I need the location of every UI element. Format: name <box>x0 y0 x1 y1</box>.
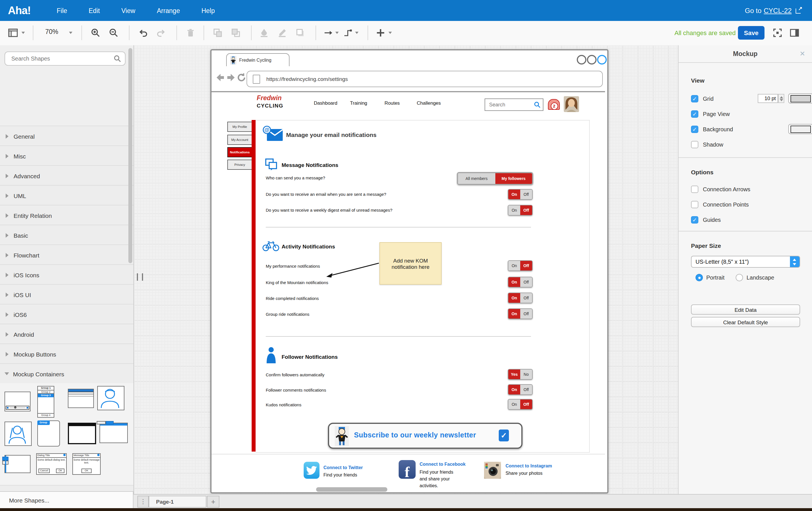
save-button[interactable]: Save <box>738 26 764 39</box>
sidebar-scrollbar[interactable] <box>128 48 132 263</box>
undo-icon[interactable] <box>138 28 148 38</box>
sidebar-section-mockup-buttons[interactable]: Mockup Buttons <box>0 344 134 364</box>
mockup-browser-tab[interactable]: Fredwin Cycling <box>226 53 290 66</box>
format-panel-toggle-icon[interactable] <box>789 28 800 38</box>
toggle-group-ride[interactable]: OnOff <box>508 308 533 319</box>
zoom-level[interactable]: 70% <box>45 28 58 35</box>
paper-size-select[interactable]: US-Letter (8,5" x 11") <box>691 256 800 268</box>
add-page-button[interactable]: + <box>207 496 220 508</box>
shape-browser-window[interactable] <box>68 389 94 408</box>
menu-arrange[interactable]: Arrange <box>157 7 180 14</box>
fullscreen-icon[interactable] <box>773 28 783 38</box>
grid-size-stepper[interactable] <box>778 94 784 103</box>
shape-video-player[interactable] <box>4 392 31 411</box>
mockup-browser-window[interactable]: Fredwin Cycling https://fredwincycling.c… <box>210 49 608 493</box>
shape-group-list[interactable]: Group 1 Group 2 Group 3 Group 4 <box>37 386 54 418</box>
toggle-kom[interactable]: OnOff <box>508 277 533 288</box>
page-tab[interactable]: Page-1 <box>149 496 206 508</box>
settings-tab-my-profile[interactable]: My Profile <box>227 122 252 132</box>
zoom-in-icon[interactable] <box>90 28 100 38</box>
facebook-icon[interactable]: f <box>399 460 416 479</box>
page-view-icon[interactable] <box>8 28 18 38</box>
record-id-link[interactable]: CYCL-22 <box>764 6 792 15</box>
back-icon[interactable] <box>216 73 225 82</box>
window-circle-3[interactable] <box>597 55 607 64</box>
annotation-arrow[interactable] <box>325 260 381 280</box>
sidebar-section-advanced[interactable]: Advanced <box>0 165 134 186</box>
refresh-icon[interactable] <box>237 73 246 82</box>
site-search-box[interactable] <box>485 99 543 111</box>
nav-dashboard[interactable]: Dashboard <box>314 100 337 106</box>
sidebar-section-ios-icons[interactable]: iOS Icons <box>0 264 134 285</box>
toggle-email-on-message[interactable]: OnOff <box>508 189 533 200</box>
sidebar-section-entity-relation[interactable]: Entity Relation <box>0 205 134 225</box>
sidebar-section-ios6[interactable]: iOS6 <box>0 304 134 324</box>
toggle-weekly-digest[interactable]: OnOff <box>508 205 533 216</box>
sidebar-resize-handle[interactable] <box>137 273 143 281</box>
waypoints-dropdown-caret[interactable] <box>355 32 358 34</box>
shape-window-dark[interactable] <box>68 423 96 444</box>
toggle-kudos[interactable]: OnOff <box>508 399 533 410</box>
instagram-link[interactable]: Connect to Instagram <box>505 463 552 468</box>
sidebar-section-flowchart[interactable]: Flowchart <box>0 244 134 265</box>
zoom-out-icon[interactable] <box>109 28 119 38</box>
shape-user-male[interactable] <box>97 386 124 410</box>
clear-default-style-button[interactable]: Clear Default Style <box>691 317 800 327</box>
toggle-ride-completed[interactable]: OnOff <box>508 293 533 303</box>
connection-points-checkbox[interactable] <box>691 201 698 208</box>
window-circle-1[interactable] <box>577 55 586 64</box>
shape-search-box[interactable] <box>4 52 125 65</box>
close-icon[interactable]: ✕ <box>800 50 805 58</box>
grid-color-button[interactable] <box>788 93 812 104</box>
insert-icon[interactable] <box>375 28 386 38</box>
goto-record-link[interactable]: Go to CYCL-22 <box>745 0 802 21</box>
insert-dropdown-caret[interactable] <box>388 32 392 34</box>
shadow-checkbox[interactable] <box>691 141 698 148</box>
twitter-icon[interactable] <box>303 462 319 479</box>
nav-training[interactable]: Training <box>350 100 367 106</box>
more-shapes-button[interactable]: More Shapes... <box>0 491 134 508</box>
nav-challenges[interactable]: Challenges <box>417 100 441 106</box>
grid-checkbox[interactable]: ✓ <box>691 95 698 102</box>
menu-view[interactable]: View <box>121 7 135 14</box>
page-view-checkbox[interactable]: ✓ <box>691 110 698 118</box>
grid-size-input[interactable] <box>758 94 778 103</box>
subscribe-banner[interactable]: Subscribe to our weekly newsletter ✓ <box>328 423 522 449</box>
nav-routes[interactable]: Routes <box>384 100 400 106</box>
sidebar-section-android[interactable]: Android <box>0 324 134 344</box>
toggle-follower-comments[interactable]: OnOff <box>508 384 533 395</box>
toggle-confirm-followers[interactable]: YesNo <box>508 369 533 380</box>
background-color-button[interactable] <box>788 124 812 134</box>
edit-data-button[interactable]: Edit Data <box>691 304 800 315</box>
sticky-note[interactable]: Add new KOM notification here <box>379 242 442 285</box>
sidebar-section-general[interactable]: General <box>0 126 134 146</box>
shape-tabbed-window[interactable] <box>99 423 128 443</box>
sidebar-section-mockup-containers[interactable]: Mockup Containers <box>0 363 134 384</box>
shape-group-container[interactable]: Group <box>37 421 60 447</box>
settings-tab-privacy[interactable]: Privacy <box>227 160 252 169</box>
twitter-link[interactable]: Connect to Twitter <box>323 465 363 470</box>
connection-arrows-checkbox[interactable] <box>691 186 698 193</box>
facebook-link[interactable]: Connect to Facebook <box>419 462 466 467</box>
forward-icon[interactable] <box>226 73 235 82</box>
user-avatar[interactable] <box>564 96 579 112</box>
shape-vertical-tabs-window[interactable] <box>4 455 31 473</box>
diagram-canvas[interactable]: Fredwin Cycling https://fredwincycling.c… <box>134 45 678 494</box>
instagram-icon[interactable] <box>484 462 501 479</box>
sidebar-section-uml[interactable]: UML <box>0 185 134 206</box>
sidebar-section-basic[interactable]: Basic <box>0 225 134 245</box>
url-bar[interactable]: https://fredwincycling.com/settings <box>246 71 603 87</box>
landscape-radio[interactable] <box>736 274 743 281</box>
shape-dialog[interactable]: Dialog Title Some default dialog text. C… <box>36 453 67 475</box>
canvas-horizontal-scrollbar[interactable] <box>316 487 387 492</box>
sidebar-section-misc[interactable]: Misc <box>0 145 134 166</box>
menu-help[interactable]: Help <box>201 7 214 14</box>
shape-search-input[interactable] <box>10 53 109 64</box>
settings-tab-notifications[interactable]: Notifications <box>227 147 252 157</box>
background-checkbox[interactable]: ✓ <box>691 126 698 133</box>
shape-alert-box[interactable]: Message Title Some default message text.… <box>72 453 100 475</box>
connection-icon[interactable] <box>323 28 334 38</box>
waypoints-icon[interactable] <box>343 28 353 38</box>
menu-file[interactable]: File <box>57 7 67 14</box>
menu-edit[interactable]: Edit <box>89 7 100 14</box>
